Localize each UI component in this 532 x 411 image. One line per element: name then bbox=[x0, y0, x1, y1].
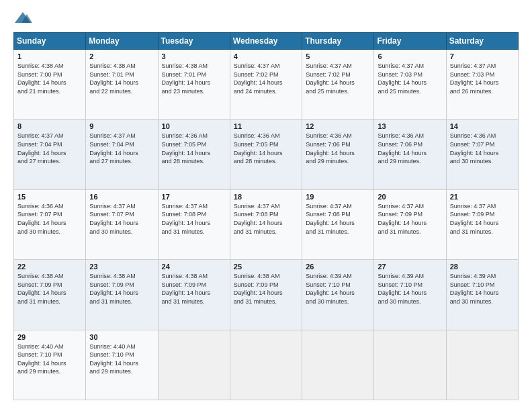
header bbox=[13, 11, 519, 26]
calendar-cell: 4Sunrise: 4:37 AM Sunset: 7:02 PM Daylig… bbox=[230, 50, 302, 120]
day-number: 7 bbox=[450, 52, 515, 60]
calendar-cell: 25Sunrise: 4:38 AM Sunset: 7:09 PM Dayli… bbox=[230, 260, 302, 330]
day-info: Sunrise: 4:38 AM Sunset: 7:09 PM Dayligh… bbox=[162, 272, 226, 306]
logo-icon bbox=[13, 11, 32, 26]
day-info: Sunrise: 4:37 AM Sunset: 7:08 PM Dayligh… bbox=[162, 202, 226, 236]
day-header-sunday: Sunday bbox=[14, 33, 86, 50]
day-info: Sunrise: 4:39 AM Sunset: 7:10 PM Dayligh… bbox=[306, 272, 370, 306]
day-info: Sunrise: 4:36 AM Sunset: 7:06 PM Dayligh… bbox=[306, 132, 370, 165]
calendar-cell bbox=[230, 330, 302, 400]
day-number: 1 bbox=[17, 52, 82, 60]
day-info: Sunrise: 4:36 AM Sunset: 7:06 PM Dayligh… bbox=[378, 132, 442, 165]
day-info: Sunrise: 4:38 AM Sunset: 7:00 PM Dayligh… bbox=[17, 62, 82, 95]
day-header-monday: Monday bbox=[86, 33, 158, 50]
week-row-5: 29Sunrise: 4:40 AM Sunset: 7:10 PM Dayli… bbox=[14, 330, 519, 400]
day-info: Sunrise: 4:37 AM Sunset: 7:08 PM Dayligh… bbox=[306, 202, 370, 236]
day-number: 13 bbox=[378, 122, 442, 130]
day-info: Sunrise: 4:37 AM Sunset: 7:07 PM Dayligh… bbox=[89, 202, 154, 236]
day-info: Sunrise: 4:38 AM Sunset: 7:01 PM Dayligh… bbox=[89, 62, 154, 95]
day-info: Sunrise: 4:39 AM Sunset: 7:10 PM Dayligh… bbox=[450, 272, 515, 306]
day-number: 12 bbox=[306, 122, 370, 130]
day-number: 11 bbox=[234, 122, 298, 130]
calendar-cell: 16Sunrise: 4:37 AM Sunset: 7:07 PM Dayli… bbox=[86, 189, 158, 259]
day-info: Sunrise: 4:37 AM Sunset: 7:04 PM Dayligh… bbox=[89, 132, 154, 165]
calendar-cell: 23Sunrise: 4:38 AM Sunset: 7:09 PM Dayli… bbox=[86, 260, 158, 330]
day-info: Sunrise: 4:36 AM Sunset: 7:05 PM Dayligh… bbox=[162, 132, 226, 165]
day-number: 2 bbox=[89, 52, 154, 60]
calendar-cell bbox=[158, 330, 230, 400]
day-number: 30 bbox=[89, 333, 154, 341]
day-info: Sunrise: 4:37 AM Sunset: 7:03 PM Dayligh… bbox=[378, 62, 442, 95]
calendar-cell bbox=[374, 330, 446, 400]
calendar-cell: 9Sunrise: 4:37 AM Sunset: 7:04 PM Daylig… bbox=[86, 120, 158, 189]
week-row-3: 15Sunrise: 4:36 AM Sunset: 7:07 PM Dayli… bbox=[14, 189, 519, 259]
day-info: Sunrise: 4:37 AM Sunset: 7:09 PM Dayligh… bbox=[450, 202, 515, 236]
logo bbox=[13, 11, 35, 26]
day-number: 18 bbox=[234, 193, 298, 201]
day-number: 9 bbox=[89, 122, 154, 130]
day-number: 10 bbox=[162, 122, 226, 130]
calendar-cell: 22Sunrise: 4:38 AM Sunset: 7:09 PM Dayli… bbox=[14, 260, 86, 330]
calendar-cell: 21Sunrise: 4:37 AM Sunset: 7:09 PM Dayli… bbox=[446, 189, 518, 259]
day-info: Sunrise: 4:39 AM Sunset: 7:10 PM Dayligh… bbox=[378, 272, 442, 306]
day-number: 29 bbox=[17, 333, 82, 341]
calendar-cell: 1Sunrise: 4:38 AM Sunset: 7:00 PM Daylig… bbox=[14, 50, 86, 120]
calendar-table: SundayMondayTuesdayWednesdayThursdayFrid… bbox=[13, 32, 519, 400]
calendar-cell: 6Sunrise: 4:37 AM Sunset: 7:03 PM Daylig… bbox=[374, 50, 446, 120]
day-number: 28 bbox=[450, 263, 515, 271]
day-info: Sunrise: 4:38 AM Sunset: 7:09 PM Dayligh… bbox=[89, 272, 154, 306]
day-info: Sunrise: 4:37 AM Sunset: 7:08 PM Dayligh… bbox=[234, 202, 298, 236]
calendar-cell: 26Sunrise: 4:39 AM Sunset: 7:10 PM Dayli… bbox=[302, 260, 374, 330]
day-number: 27 bbox=[378, 263, 442, 271]
calendar-cell: 12Sunrise: 4:36 AM Sunset: 7:06 PM Dayli… bbox=[302, 120, 374, 189]
day-number: 23 bbox=[89, 263, 154, 271]
calendar-cell: 18Sunrise: 4:37 AM Sunset: 7:08 PM Dayli… bbox=[230, 189, 302, 259]
day-number: 16 bbox=[89, 193, 154, 201]
day-info: Sunrise: 4:37 AM Sunset: 7:02 PM Dayligh… bbox=[306, 62, 370, 95]
day-info: Sunrise: 4:40 AM Sunset: 7:10 PM Dayligh… bbox=[17, 342, 82, 376]
day-info: Sunrise: 4:36 AM Sunset: 7:07 PM Dayligh… bbox=[450, 132, 515, 165]
day-number: 3 bbox=[162, 52, 226, 60]
day-number: 22 bbox=[17, 263, 82, 271]
calendar-cell: 13Sunrise: 4:36 AM Sunset: 7:06 PM Dayli… bbox=[374, 120, 446, 189]
day-info: Sunrise: 4:37 AM Sunset: 7:09 PM Dayligh… bbox=[378, 202, 442, 236]
calendar-cell bbox=[446, 330, 518, 400]
day-number: 17 bbox=[162, 193, 226, 201]
day-number: 14 bbox=[450, 122, 515, 130]
day-number: 19 bbox=[306, 193, 370, 201]
calendar-cell: 5Sunrise: 4:37 AM Sunset: 7:02 PM Daylig… bbox=[302, 50, 374, 120]
week-row-4: 22Sunrise: 4:38 AM Sunset: 7:09 PM Dayli… bbox=[14, 260, 519, 330]
day-info: Sunrise: 4:38 AM Sunset: 7:09 PM Dayligh… bbox=[234, 272, 298, 306]
calendar-cell: 24Sunrise: 4:38 AM Sunset: 7:09 PM Dayli… bbox=[158, 260, 230, 330]
calendar-page: SundayMondayTuesdayWednesdayThursdayFrid… bbox=[0, 0, 532, 411]
day-header-saturday: Saturday bbox=[446, 33, 518, 50]
calendar-cell: 30Sunrise: 4:40 AM Sunset: 7:10 PM Dayli… bbox=[86, 330, 158, 400]
day-number: 15 bbox=[17, 193, 82, 201]
day-number: 24 bbox=[162, 263, 226, 271]
day-header-wednesday: Wednesday bbox=[230, 33, 302, 50]
day-info: Sunrise: 4:37 AM Sunset: 7:04 PM Dayligh… bbox=[17, 132, 82, 165]
day-number: 6 bbox=[378, 52, 442, 60]
day-number: 20 bbox=[378, 193, 442, 201]
calendar-cell: 11Sunrise: 4:36 AM Sunset: 7:05 PM Dayli… bbox=[230, 120, 302, 189]
day-header-tuesday: Tuesday bbox=[158, 33, 230, 50]
day-number: 5 bbox=[306, 52, 370, 60]
day-info: Sunrise: 4:38 AM Sunset: 7:09 PM Dayligh… bbox=[17, 272, 82, 306]
day-number: 21 bbox=[450, 193, 515, 201]
calendar-cell: 10Sunrise: 4:36 AM Sunset: 7:05 PM Dayli… bbox=[158, 120, 230, 189]
calendar-cell: 29Sunrise: 4:40 AM Sunset: 7:10 PM Dayli… bbox=[14, 330, 86, 400]
day-header-friday: Friday bbox=[374, 33, 446, 50]
calendar-cell: 2Sunrise: 4:38 AM Sunset: 7:01 PM Daylig… bbox=[86, 50, 158, 120]
day-header-thursday: Thursday bbox=[302, 33, 374, 50]
calendar-cell: 19Sunrise: 4:37 AM Sunset: 7:08 PM Dayli… bbox=[302, 189, 374, 259]
day-info: Sunrise: 4:36 AM Sunset: 7:05 PM Dayligh… bbox=[234, 132, 298, 165]
calendar-cell: 20Sunrise: 4:37 AM Sunset: 7:09 PM Dayli… bbox=[374, 189, 446, 259]
days-header-row: SundayMondayTuesdayWednesdayThursdayFrid… bbox=[14, 33, 519, 50]
calendar-cell: 28Sunrise: 4:39 AM Sunset: 7:10 PM Dayli… bbox=[446, 260, 518, 330]
calendar-cell: 27Sunrise: 4:39 AM Sunset: 7:10 PM Dayli… bbox=[374, 260, 446, 330]
day-info: Sunrise: 4:38 AM Sunset: 7:01 PM Dayligh… bbox=[162, 62, 226, 95]
calendar-cell: 17Sunrise: 4:37 AM Sunset: 7:08 PM Dayli… bbox=[158, 189, 230, 259]
day-number: 26 bbox=[306, 263, 370, 271]
day-number: 25 bbox=[234, 263, 298, 271]
day-info: Sunrise: 4:37 AM Sunset: 7:03 PM Dayligh… bbox=[450, 62, 515, 95]
